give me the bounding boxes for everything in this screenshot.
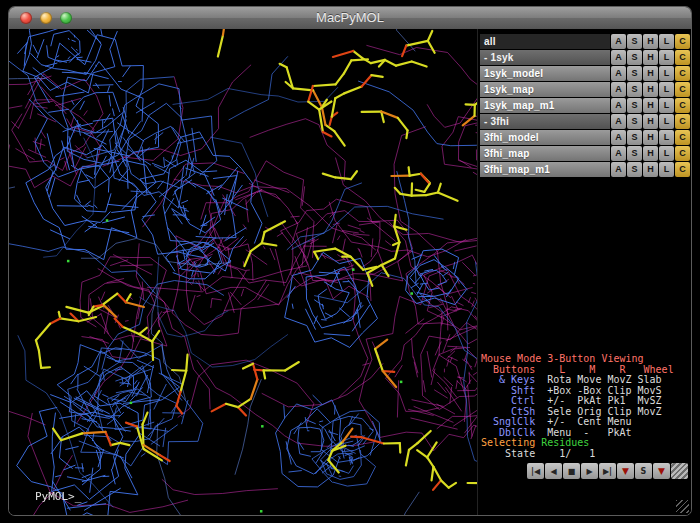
object-toggle-1syk_map[interactable]: 1syk_map [480, 82, 610, 97]
object-3fhi-menu-L[interactable]: L [659, 114, 674, 129]
object-1syk_model-menu-H[interactable]: H [643, 66, 658, 81]
object-3fhi_map_m1-menu-A[interactable]: A [611, 162, 626, 177]
object-all-menu-L[interactable]: L [659, 34, 674, 49]
object-1syk_map_m1-menu-S[interactable]: S [627, 98, 642, 113]
object-toggle-1syk_model[interactable]: 1syk_model [480, 66, 610, 81]
object-1syk-menu-H[interactable]: H [643, 50, 658, 65]
object-3fhi-menu-A[interactable]: A [611, 114, 626, 129]
object-row-3fhi: - 3fhiASHLC [480, 114, 690, 129]
command-prompt[interactable]: PyMOL>_ [35, 490, 81, 503]
control-panel: allASHLC- 1sykASHLC1syk_modelASHLC1syk_m… [477, 29, 691, 515]
step-forward-button[interactable]: ▶| [599, 463, 616, 479]
object-3fhi_map-menu-C[interactable]: C [675, 146, 690, 161]
object-1syk-menu-S[interactable]: S [627, 50, 642, 65]
object-toggle-3fhi_model[interactable]: 3fhi_model [480, 130, 610, 145]
object-1syk_map-menu-C[interactable]: C [675, 82, 690, 97]
rewind-button[interactable]: |◀ [527, 463, 544, 479]
object-toggle-3fhi_map[interactable]: 3fhi_map [480, 146, 610, 161]
object-list: allASHLC- 1sykASHLC1syk_modelASHLC1syk_m… [478, 29, 691, 177]
object-all-menu-H[interactable]: H [643, 34, 658, 49]
object-all-menu-C[interactable]: C [675, 34, 690, 49]
object-all-menu-S[interactable]: S [627, 34, 642, 49]
object-3fhi_map_m1-menu-S[interactable]: S [627, 162, 642, 177]
object-1syk_map_m1-menu-L[interactable]: L [659, 98, 674, 113]
window-title: MacPyMOL [9, 7, 691, 29]
object-3fhi_map-menu-H[interactable]: H [643, 146, 658, 161]
object-3fhi-menu-H[interactable]: H [643, 114, 658, 129]
object-toggle-1syk_map_m1[interactable]: 1syk_map_m1 [480, 98, 610, 113]
object-1syk_map-menu-S[interactable]: S [627, 82, 642, 97]
object-1syk_model-menu-C[interactable]: C [675, 66, 690, 81]
object-1syk_map-menu-A[interactable]: A [611, 82, 626, 97]
object-3fhi_map_m1-menu-C[interactable]: C [675, 162, 690, 177]
object-row-all: allASHLC [480, 34, 690, 49]
object-all-menu-A[interactable]: A [611, 34, 626, 49]
object-1syk_map-menu-L[interactable]: L [659, 82, 674, 97]
object-3fhi_map_m1-menu-H[interactable]: H [643, 162, 658, 177]
object-row-3fhi_model: 3fhi_modelASHLC [480, 130, 690, 145]
object-3fhi_model-menu-A[interactable]: A [611, 130, 626, 145]
object-1syk-menu-C[interactable]: C [675, 50, 690, 65]
object-row-3fhi_map: 3fhi_mapASHLC [480, 146, 690, 161]
object-3fhi_map-menu-S[interactable]: S [627, 146, 642, 161]
object-toggle-all[interactable]: all [480, 34, 610, 49]
step-back-button[interactable]: ◀ [545, 463, 562, 479]
vcr-grip-icon[interactable] [671, 463, 688, 479]
macpymol-window: MacPyMOL PyMOL>_ allASHLC- 1sykASHLC1syk… [9, 7, 691, 515]
object-3fhi_model-menu-C[interactable]: C [675, 130, 690, 145]
object-1syk_map-menu-H[interactable]: H [643, 82, 658, 97]
record-button[interactable]: ▼ [653, 463, 670, 479]
object-row-3fhi_map_m1: 3fhi_map_m1ASHLC [480, 162, 690, 177]
object-1syk_model-menu-S[interactable]: S [627, 66, 642, 81]
object-toggle-3fhi[interactable]: - 3fhi [480, 114, 610, 129]
object-1syk-menu-A[interactable]: A [611, 50, 626, 65]
object-3fhi_map_m1-menu-L[interactable]: L [659, 162, 674, 177]
object-3fhi_model-menu-L[interactable]: L [659, 130, 674, 145]
object-3fhi-menu-S[interactable]: S [627, 114, 642, 129]
object-1syk_map_m1-menu-A[interactable]: A [611, 98, 626, 113]
object-1syk-menu-L[interactable]: L [659, 50, 674, 65]
object-1syk_model-menu-L[interactable]: L [659, 66, 674, 81]
stop-button[interactable]: ■ [563, 463, 580, 479]
movie-controls: |◀◀■▶▶|▼S▼ [527, 463, 688, 479]
object-1syk_model-menu-A[interactable]: A [611, 66, 626, 81]
object-3fhi_map-menu-L[interactable]: L [659, 146, 674, 161]
scene-button[interactable]: S [635, 463, 652, 479]
object-toggle-1syk[interactable]: - 1syk [480, 50, 610, 65]
play-button[interactable]: ▶ [581, 463, 598, 479]
object-toggle-3fhi_map_m1[interactable]: 3fhi_map_m1 [480, 162, 610, 177]
object-3fhi_map-menu-A[interactable]: A [611, 146, 626, 161]
fast-forward-button[interactable]: ▼ [617, 463, 634, 479]
object-row-1syk: - 1sykASHLC [480, 50, 690, 65]
object-3fhi-menu-C[interactable]: C [675, 114, 690, 129]
content-area: PyMOL>_ allASHLC- 1sykASHLC1syk_modelASH… [9, 29, 691, 515]
resize-grip[interactable] [676, 500, 689, 513]
object-1syk_map_m1-menu-C[interactable]: C [675, 98, 690, 113]
object-3fhi_model-menu-H[interactable]: H [643, 130, 658, 145]
mouse-panel: Mouse Mode 3-Button Viewing Buttons L M … [481, 354, 674, 459]
object-row-1syk_model: 1syk_modelASHLC [480, 66, 690, 81]
object-row-1syk_map: 1syk_mapASHLC [480, 82, 690, 97]
titlebar[interactable]: MacPyMOL [9, 7, 691, 30]
object-1syk_map_m1-menu-H[interactable]: H [643, 98, 658, 113]
object-3fhi_model-menu-S[interactable]: S [627, 130, 642, 145]
object-row-1syk_map_m1: 1syk_map_m1ASHLC [480, 98, 690, 113]
mouse-panel-line-10[interactable]: State 1/ 1 [481, 449, 674, 460]
